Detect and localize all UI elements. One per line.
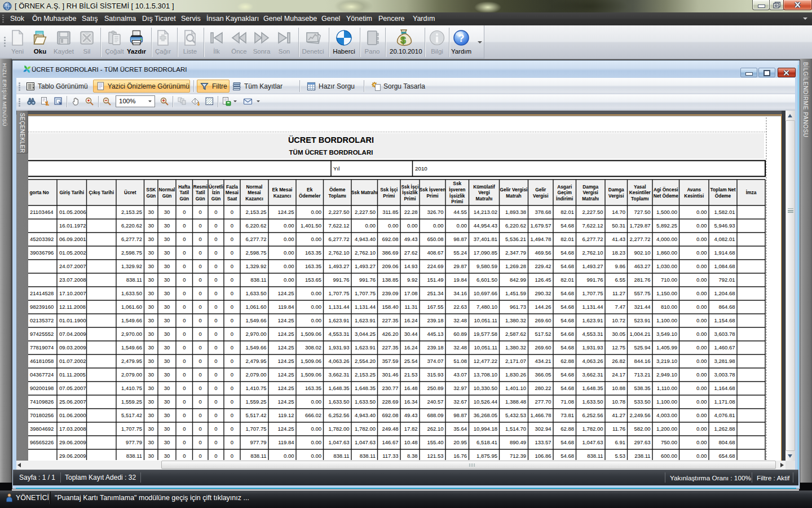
svg-text:Kazancı: Kazancı [273, 193, 292, 199]
svg-text:1,623.91: 1,623.91 [329, 317, 350, 323]
svg-text:12.11.2008: 12.11.2008 [59, 304, 86, 310]
svg-text:Vergisi: Vergisi [582, 190, 598, 195]
svg-text:39804692: 39804692 [30, 426, 54, 432]
svg-text:Mesai: Mesai [226, 190, 239, 195]
svg-text:6,220.62: 6,220.62 [505, 222, 526, 229]
svg-text:10.48: 10.48 [404, 439, 418, 445]
svg-text:1,460.67: 1,460.67 [714, 344, 735, 351]
svg-text:0.00: 0.00 [284, 222, 294, 229]
svg-text:133.57: 133.57 [535, 439, 551, 445]
svg-text:0.00: 0.00 [311, 236, 322, 242]
svg-text:41.27: 41.27 [612, 412, 625, 418]
svg-text:30: 30 [148, 398, 155, 405]
svg-text:0: 0 [199, 385, 202, 391]
svg-text:97425552: 97425552 [30, 331, 54, 337]
svg-text:2,554.20: 2,554.20 [355, 358, 376, 364]
svg-text:TÜM ÜCRET BORDROLARI: TÜM ÜCRET BORDROLARI [289, 149, 373, 156]
svg-text:71.08: 71.08 [561, 398, 574, 405]
svg-text:0: 0 [199, 304, 202, 310]
svg-text:0.00: 0.00 [388, 222, 399, 229]
svg-text:1,131.44: 1,131.44 [582, 304, 603, 310]
svg-text:0: 0 [199, 331, 202, 337]
svg-text:6,277.72: 6,277.72 [329, 236, 350, 242]
svg-text:5,432.53: 5,432.53 [505, 412, 526, 418]
svg-text:Primi: Primi [404, 196, 416, 202]
svg-text:İndirimi: İndirimi [556, 196, 573, 202]
svg-text:1,830.26: 1,830.26 [505, 371, 526, 378]
svg-text:Saat: Saat [227, 196, 237, 202]
svg-text:10.78: 10.78 [612, 398, 625, 405]
svg-text:Primi: Primi [383, 193, 395, 199]
svg-text:01.05.2002: 01.05.2002 [59, 249, 86, 256]
svg-text:0: 0 [231, 439, 233, 445]
svg-text:0: 0 [231, 263, 233, 269]
svg-text:$: $ [400, 34, 406, 45]
svg-text:227.35: 227.35 [382, 317, 398, 323]
svg-text:844.16: 844.16 [634, 358, 650, 364]
svg-text:4,553.31: 4,553.31 [582, 331, 603, 337]
svg-text:0: 0 [214, 222, 217, 229]
svg-text:29.06.2009: 29.06.2009 [59, 453, 86, 459]
svg-text:1,269.28: 1,269.28 [505, 263, 526, 269]
svg-text:24.07.2007: 24.07.2007 [59, 263, 86, 269]
svg-text:0.00: 0.00 [311, 290, 322, 296]
svg-text:386.69: 386.69 [382, 249, 398, 256]
svg-text:1,782.00: 1,782.00 [329, 426, 350, 432]
svg-text:30: 30 [164, 412, 170, 418]
svg-text:01.11.2005: 01.11.2005 [59, 371, 86, 378]
svg-text:0: 0 [214, 371, 217, 378]
svg-text:0: 0 [183, 222, 186, 229]
svg-text:01.05.2006: 01.05.2006 [59, 209, 86, 215]
svg-text:11.76: 11.76 [612, 426, 625, 432]
svg-text:54.68: 54.68 [561, 222, 574, 229]
svg-text:32.48: 32.48 [453, 317, 467, 323]
svg-text:Fazla: Fazla [226, 184, 238, 190]
svg-text:37,401.81: 37,401.81 [474, 236, 497, 242]
svg-text:54.68: 54.68 [561, 453, 574, 459]
svg-text:1,549.66: 1,549.66 [121, 317, 142, 323]
svg-text:32.97: 32.97 [453, 385, 467, 391]
svg-text:124.25: 124.25 [277, 209, 294, 215]
svg-text:5,536.21: 5,536.21 [505, 236, 526, 242]
svg-text:326.70: 326.70 [427, 209, 443, 215]
svg-text:0.00: 0.00 [696, 439, 707, 445]
svg-text:2,970.00: 2,970.00 [121, 331, 142, 337]
svg-text:712.39: 712.39 [510, 453, 526, 459]
svg-text:654.68: 654.68 [718, 453, 735, 459]
svg-text:1,559.25: 1,559.25 [121, 398, 142, 405]
svg-text:1,509.06: 1,509.06 [301, 358, 321, 364]
svg-text:1,410.75: 1,410.75 [121, 385, 142, 391]
svg-text:0.00: 0.00 [696, 398, 707, 405]
svg-text:9.92: 9.92 [407, 277, 418, 283]
svg-text:792.01: 792.01 [718, 277, 735, 283]
svg-text:54.68: 54.68 [561, 371, 574, 378]
svg-text:16.24: 16.24 [404, 317, 418, 323]
svg-text:0.00: 0.00 [365, 222, 376, 229]
svg-text:18.23: 18.23 [612, 249, 625, 256]
svg-text:Çıkış Tarihi: Çıkış Tarihi [89, 190, 114, 195]
svg-text:582.00: 582.00 [634, 426, 650, 432]
svg-text:357.59: 357.59 [382, 358, 398, 364]
svg-text:838.11: 838.11 [587, 453, 603, 459]
svg-text:1,329.92: 1,329.92 [246, 263, 267, 269]
svg-text:1,493.27: 1,493.27 [329, 263, 350, 269]
svg-text:1,380.32: 1,380.32 [505, 317, 526, 323]
svg-text:750.00: 750.00 [661, 439, 677, 445]
svg-text:2,277.72: 2,277.72 [630, 236, 651, 242]
svg-text:0.00: 0.00 [696, 344, 707, 351]
svg-text:Geçim: Geçim [557, 190, 572, 195]
svg-text:74109826: 74109826 [30, 398, 54, 405]
svg-text:1,100.00: 1,100.00 [656, 398, 677, 405]
svg-text:0: 0 [199, 344, 202, 351]
svg-text:0: 0 [214, 358, 217, 364]
svg-text:1,150.00: 1,150.00 [656, 290, 677, 296]
svg-text:Matrah: Matrah [506, 193, 521, 199]
svg-text:842.99: 842.99 [510, 277, 526, 283]
svg-text:82.01: 82.01 [561, 209, 574, 215]
svg-text:6.91: 6.91 [615, 439, 626, 445]
svg-text:1,329.92: 1,329.92 [121, 263, 142, 269]
svg-text:124.25: 124.25 [277, 385, 294, 391]
svg-text:0: 0 [199, 439, 202, 445]
svg-text:01.07.2002: 01.07.2002 [59, 358, 86, 364]
svg-text:525.94: 525.94 [634, 344, 650, 351]
